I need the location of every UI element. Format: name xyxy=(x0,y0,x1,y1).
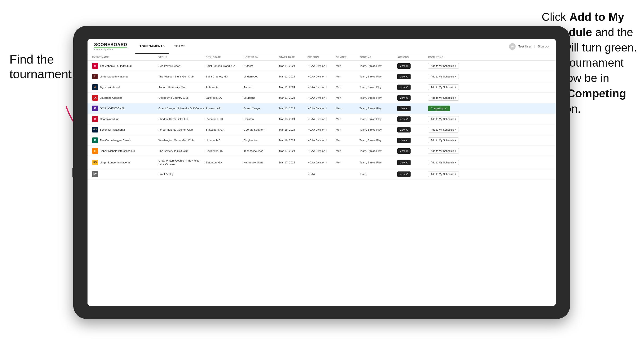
table-row: TT Bobby Nichols Intercollegiate The Sev… xyxy=(88,146,556,156)
city-cell: Saint Simons Island, GA xyxy=(206,64,244,68)
add-schedule-button[interactable]: Add to My Schedule + xyxy=(428,148,459,154)
view-button[interactable]: View ⊙ xyxy=(397,95,410,101)
add-schedule-button[interactable]: Add to My Schedule + xyxy=(428,116,459,122)
scoring-cell: Team, Stroke Play xyxy=(360,161,397,164)
event-name: GCU INVITATIONAL xyxy=(100,107,125,110)
view-button[interactable]: View ⊙ xyxy=(397,160,410,165)
logo-text: SCOREBOARD xyxy=(94,42,127,47)
event-name-cell: R The Johnnie - O Individual xyxy=(92,63,158,69)
col-date: START DATE xyxy=(279,56,308,59)
venue-cell: Shadow Hawk Golf Club xyxy=(158,117,206,121)
view-button[interactable]: View ⊙ xyxy=(397,116,410,122)
division-cell: NCAA Division I xyxy=(308,75,336,78)
team-logo: GS xyxy=(92,127,98,133)
view-button[interactable]: View ⊙ xyxy=(397,127,410,133)
event-name: Louisiana Classics xyxy=(100,96,122,100)
date-cell: Mar 11, 2024 xyxy=(279,64,308,68)
scoring-cell: Team, Stroke Play xyxy=(360,107,397,110)
table-row: R The Johnnie - O Individual Sea Palms R… xyxy=(88,61,556,71)
avatar: TU xyxy=(509,43,516,50)
hosted-cell: Rutgers xyxy=(244,64,279,68)
nav-tabs: TOURNAMENTS TEAMS xyxy=(135,39,190,54)
division-cell: NCAA Division I xyxy=(308,128,336,132)
team-logo: H xyxy=(92,116,98,122)
date-cell: Mar 12, 2024 xyxy=(279,107,308,110)
venue-cell: Worthington Manor Golf Club xyxy=(158,138,206,142)
table-row: KS Linger Longer Invitational Great Wate… xyxy=(88,156,556,169)
add-schedule-button[interactable]: Add to My Schedule + xyxy=(428,74,459,79)
event-name-cell: H Champions Cup xyxy=(92,116,158,122)
team-logo: B xyxy=(92,138,98,143)
actions-cell: View ⊙ xyxy=(397,138,428,143)
division-cell: NCAA Division I xyxy=(308,107,336,110)
view-button[interactable]: View ⊙ xyxy=(397,74,410,79)
actions-cell: View ⊙ xyxy=(397,95,428,101)
gender-cell: Men xyxy=(336,138,360,142)
col-competing: COMPETING xyxy=(428,56,475,59)
view-button[interactable]: View ⊙ xyxy=(397,106,410,111)
competing-cell: Add to My Schedule + xyxy=(428,127,475,133)
venue-cell: The Missouri Bluffs Golf Club xyxy=(158,75,206,78)
venue-cell: Brook Valley xyxy=(158,172,206,176)
date-cell: Mar 16, 2024 xyxy=(279,138,308,142)
hosted-cell: Kennesaw State xyxy=(244,161,279,164)
hosted-cell: Tennessee Tech xyxy=(244,149,279,153)
sign-out-link[interactable]: Sign out xyxy=(538,45,549,48)
competing-button[interactable]: Competing ✓ xyxy=(428,106,450,111)
actions-cell: View ⊙ xyxy=(397,63,428,69)
col-city: CITY, STATE xyxy=(206,56,244,59)
gender-cell: Men xyxy=(336,161,360,164)
competing-cell: Add to My Schedule + xyxy=(428,171,475,177)
add-schedule-button[interactable]: Add to My Schedule + xyxy=(428,63,459,69)
competing-cell: Add to My Schedule + xyxy=(428,74,475,79)
division-cell: NCAA Division I xyxy=(308,161,336,164)
add-schedule-button[interactable]: Add to My Schedule + xyxy=(428,171,459,177)
date-cell: Mar 11, 2024 xyxy=(279,75,308,78)
competing-cell: Competing ✓ xyxy=(428,106,475,111)
actions-cell: View ⊙ xyxy=(397,106,428,111)
division-cell: NCAA Division I xyxy=(308,117,336,121)
venue-cell: Great Waters Course At Reynolds Lake Oco… xyxy=(158,159,206,166)
team-logo: KS xyxy=(92,160,98,165)
hosted-cell: Binghamton xyxy=(244,138,279,142)
add-schedule-button[interactable]: Add to My Schedule + xyxy=(428,127,459,133)
scoring-cell: Team, Stroke Play xyxy=(360,64,397,68)
division-cell: NCAA Division I xyxy=(308,149,336,153)
competing-cell: Add to My Schedule + xyxy=(428,148,475,154)
actions-cell: View ⊙ xyxy=(397,85,428,90)
table-row: L Lindenwood Invitational The Missouri B… xyxy=(88,71,556,82)
header-right: TU Test User | Sign out xyxy=(509,43,549,50)
event-name: Schenkel Invitational xyxy=(100,128,125,132)
view-button[interactable]: View ⊙ xyxy=(397,85,410,90)
event-name: Champions Cup xyxy=(100,117,119,121)
add-schedule-button[interactable]: Add to My Schedule + xyxy=(428,84,459,90)
city-cell: Sevierville, TN xyxy=(206,149,244,153)
division-cell: NCAA Division I xyxy=(308,138,336,142)
view-button[interactable]: View ⊙ xyxy=(397,63,410,69)
scoring-cell: Team, Stroke Play xyxy=(360,128,397,132)
annotation-left: Find thetournament. xyxy=(10,52,75,81)
add-schedule-button[interactable]: Add to My Schedule + xyxy=(428,160,459,165)
scoring-cell: Team, Stroke Play xyxy=(360,75,397,78)
logo-area: SCOREBOARD Powered by clippd xyxy=(94,42,127,50)
add-schedule-button[interactable]: Add to My Schedule + xyxy=(428,138,459,143)
tablet-screen: SCOREBOARD Powered by clippd TOURNAMENTS… xyxy=(88,39,556,306)
add-schedule-button[interactable]: Add to My Schedule + xyxy=(428,95,459,101)
table-row: A Tiger Invitational Auburn University C… xyxy=(88,82,556,93)
date-cell: Mar 11, 2024 xyxy=(279,85,308,89)
event-name: Tiger Invitational xyxy=(100,85,120,89)
col-gender: GENDER xyxy=(336,56,360,59)
view-button[interactable]: View ⊙ xyxy=(397,172,410,177)
gender-cell: Men xyxy=(336,75,360,78)
view-button[interactable]: View ⊙ xyxy=(397,138,410,143)
venue-cell: Auburn University Club xyxy=(158,85,206,89)
scoring-cell: Team, Stroke Play xyxy=(360,85,397,89)
event-name-cell: L Lindenwood Invitational xyxy=(92,74,158,79)
tab-teams[interactable]: TEAMS xyxy=(169,39,190,54)
app-header: SCOREBOARD Powered by clippd TOURNAMENTS… xyxy=(88,39,556,54)
view-button[interactable]: View ⊙ xyxy=(397,148,410,154)
table-row: LA Louisiana Classics Oakbourne Country … xyxy=(88,93,556,103)
team-logo: A xyxy=(92,84,98,90)
competing-cell: Add to My Schedule + xyxy=(428,84,475,90)
tab-tournaments[interactable]: TOURNAMENTS xyxy=(135,39,169,54)
